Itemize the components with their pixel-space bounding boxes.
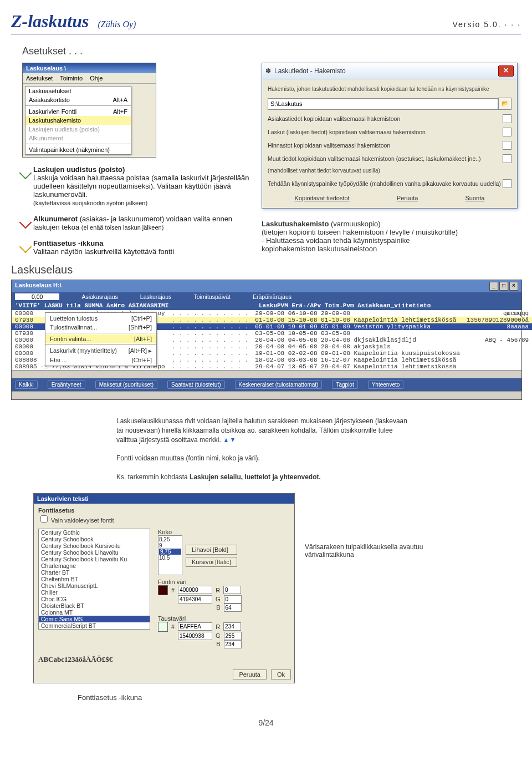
font-caption: Fonttiasetus -ikkuna: [78, 693, 521, 702]
menubar[interactable]: Asetukset Toiminto Ohje: [23, 73, 156, 84]
fontdlg-ok[interactable]: Ok: [271, 670, 291, 679]
bgcolor-label: Taustaväri: [158, 615, 242, 622]
close-icon[interactable]: ✕: [498, 65, 514, 77]
explain-hakemisto: Laskutushakemisto (varmuuskopio) (tietoj…: [262, 220, 521, 253]
sort-markers-icon: [223, 435, 238, 445]
menu-item[interactable]: Laskurivien FonttiAlt+F: [25, 107, 131, 116]
r-input[interactable]: [223, 586, 241, 594]
fontcolor-hex[interactable]: [178, 586, 212, 594]
dialog-hint: (mahdolliset vanhat tiedot korvautuvat u…: [268, 168, 511, 174]
size-list[interactable]: 8,25 9 9,75 10,5: [158, 535, 182, 575]
fontcolor-code[interactable]: [178, 595, 212, 603]
ctx-item-fontti[interactable]: Fontin valinta...[Alt+F]: [45, 334, 156, 343]
size-label: Koko: [158, 529, 182, 535]
ctx-item[interactable]: Etsi ...[Ctrl+F]: [45, 356, 156, 364]
tab-kaikki[interactable]: Kaikki: [15, 381, 38, 389]
page-title: Z-laskutus (Zähis Oy) Versio 5.0. · · ·: [11, 11, 521, 32]
opt-hinnastot: Hinnastot kopioidaan valitsemaasi hakemi…: [268, 142, 503, 149]
window-title: Laskuselaus \: [23, 63, 156, 73]
r-bg[interactable]: [223, 622, 241, 631]
b-input[interactable]: [224, 603, 242, 612]
ctx-item[interactable]: Laskurivit (myyntierittely)[Alt+R] ▸: [45, 346, 156, 356]
tab-eraantyneet[interactable]: Erääntyneet: [48, 381, 85, 389]
tab-keskeneraiset[interactable]: Keskeneräiset (tulostamattomat): [235, 381, 323, 389]
bgcolor-hex[interactable]: [178, 622, 212, 631]
tab-maksetut[interactable]: Maksetut (suoritukset): [95, 381, 157, 389]
checkbox[interactable]: [503, 154, 511, 163]
settings-dropdown[interactable]: Laskuasetukset AsiakaskortistoAlt+A Lask…: [25, 86, 131, 155]
opt-muut: Muut tiedot kopioidaan valitsemaasi hake…: [268, 155, 503, 162]
dialog-title-text: Laskutiedot - Hakemisto: [274, 67, 346, 75]
menu-item[interactable]: Valintapainikkeet (näkyminen): [25, 145, 131, 154]
font-dialog: Laskurivien teksti Fonttiasetus Vain vak…: [33, 493, 295, 683]
dialog-intro: Hakemisto, johon laskutustiedot mahdolli…: [268, 86, 511, 92]
menu-item-disabled: Laskujen uudistus (poisto): [25, 125, 131, 134]
btn-italic[interactable]: Kursivoi [Italic]: [186, 557, 237, 567]
g-bg[interactable]: [224, 632, 242, 640]
checkbox[interactable]: [503, 141, 511, 150]
bgcolor-swatch[interactable]: [158, 622, 168, 632]
ctx-item[interactable]: Tulostinvalinnat...[Shift+P]: [45, 323, 156, 332]
bgcolor-code[interactable]: [178, 632, 212, 640]
chk-vakioleveys[interactable]: Vain vakiolevyiset fontit: [38, 517, 114, 524]
svg-marker-0: [224, 438, 228, 442]
hakemisto-dialog: ✽ Laskutiedot - Hakemisto ✕ Hakemisto, j…: [262, 63, 518, 209]
checkbox[interactable]: [503, 114, 511, 123]
btn-bold[interactable]: Lihavoi [Bold]: [186, 545, 237, 555]
section-heading: Asetukset . . .: [22, 45, 521, 57]
btn-peruuta[interactable]: Peruuta: [395, 194, 421, 202]
btn-asiakasrajaus[interactable]: Asiakasrajaus: [81, 293, 117, 300]
close-icon[interactable]: ×: [509, 282, 518, 291]
laskuselaus-window: Laskuselaus H:\ _ □ × 0,00 Asiakasrajaus…: [11, 280, 522, 400]
path-input[interactable]: [268, 98, 498, 110]
menu-toiminto[interactable]: Toiminto: [60, 75, 83, 82]
checkbox[interactable]: [503, 128, 511, 136]
font-preview: ABCabc123äöåÅÄÖ£$€: [34, 653, 294, 666]
btn-toimituspaivat[interactable]: Toimituspäivät: [193, 293, 231, 300]
column-headers[interactable]: 'VIITE' LASKU tila SUMMA AsNro ASIAKASNI…: [12, 301, 521, 310]
menu-item[interactable]: AsiakaskortistoAlt+A: [25, 95, 131, 104]
fontcolor-swatch[interactable]: [158, 585, 168, 595]
version-label: Versio 5.0. · · ·: [453, 20, 521, 29]
btn-suorita[interactable]: Suorita: [463, 194, 487, 202]
color-note: Värisarakeen tulpaklikkauksella avautuu …: [305, 543, 449, 559]
minimize-icon[interactable]: _: [489, 282, 498, 291]
explain-uudistus: Laskujen uudistus (poisto) Laskuja voida…: [33, 165, 255, 207]
app-name: Z-laskutus: [11, 11, 89, 31]
ctx-item[interactable]: Luettelon tulostus[Ctrl+P]: [45, 314, 156, 323]
g-input[interactable]: [224, 595, 242, 603]
explain-alkunumerot: Alkunumerot (asiakas- ja laskunumerot) v…: [33, 215, 255, 231]
scrollbar-bottom[interactable]: [12, 391, 521, 399]
context-menu[interactable]: Luettelon tulostus[Ctrl+P] Tulostinvalin…: [45, 312, 157, 366]
btn-laskurajaus[interactable]: Laskurajaus: [140, 293, 172, 300]
b-bg[interactable]: [224, 640, 242, 648]
list-title: Laskuselaus H:\ _ □ ×: [12, 280, 521, 292]
settings-menu-window: Laskuselaus \ Asetukset Toiminto Ohje La…: [22, 63, 156, 158]
btn-erapaivarajaus[interactable]: Eräpäivärajaus: [253, 293, 291, 300]
font-list[interactable]: Century GothicCentury Schoolbook Century…: [38, 529, 150, 630]
menu-ohje[interactable]: Ohje: [90, 75, 103, 82]
fontcolor-label: Fontin väri: [158, 579, 242, 585]
checkbox[interactable]: [503, 179, 511, 188]
dialog-title: ✽ Laskutiedot - Hakemisto ✕: [262, 63, 517, 79]
menu-asetukset[interactable]: Asetukset: [26, 75, 53, 82]
browse-icon[interactable]: 📂: [498, 98, 511, 110]
scrollbar[interactable]: [12, 370, 521, 378]
sum-field: 0,00: [15, 293, 59, 300]
explain-fonttiasetus: Fonttiasetus -ikkuna Valitaan näytön las…: [33, 239, 255, 256]
tabs-bar[interactable]: Kaikki Erääntyneet Maksetut (suoritukset…: [12, 378, 521, 391]
fontdlg-title: Laskurivien teksti: [34, 494, 294, 504]
tab-saatavat[interactable]: Saatavat (tulostetut): [167, 381, 225, 389]
btn-kopioitavat[interactable]: Kopioitavat tiedostot: [293, 194, 352, 202]
fontdlg-peruuta[interactable]: Peruuta: [233, 670, 267, 679]
font-selected[interactable]: Comic Sans MS: [39, 616, 150, 622]
opt-laskut: Laskut (laskujen tiedot) kopioidaan vali…: [268, 129, 503, 135]
tab-tagpiot[interactable]: Tagpiot: [332, 381, 357, 389]
menu-item[interactable]: Laskuasetukset: [25, 87, 131, 95]
menu-item-laskutushakemisto[interactable]: Laskutushakemisto: [25, 116, 131, 125]
info-paragraph: Laskuselausikkunassa rivit voidaan lajit…: [116, 417, 416, 482]
laskuselaus-heading: Laskuselaus: [11, 263, 255, 276]
maximize-icon[interactable]: □: [499, 282, 508, 291]
fontdlg-group: Fonttiasetus: [34, 504, 294, 514]
tab-yhteenveto[interactable]: Yhteenveto: [368, 381, 404, 389]
